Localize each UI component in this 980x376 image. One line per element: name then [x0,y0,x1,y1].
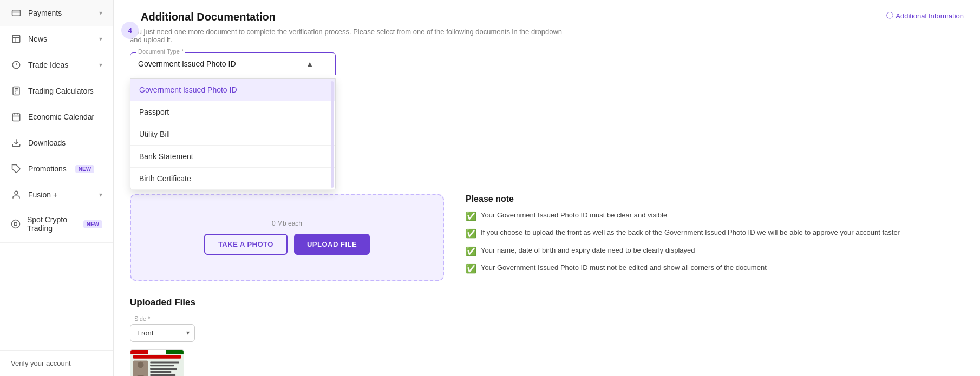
note-text-2: If you choose to upload the front as wel… [481,228,900,238]
note-item-2: ✅ If you choose to upload the front as w… [466,228,964,240]
please-note-section: Please note ✅ Your Government Issued Pho… [455,194,964,281]
check-circle-icon: ✅ [466,228,476,240]
upload-section: 0 Mb each TAKE A PHOTO UPLOAD FILE Pleas… [130,194,964,281]
sidebar-item-spot-crypto-label: Spot Crypto Trading [27,215,75,233]
svg-point-19 [15,191,18,194]
svg-rect-24 [166,350,184,354]
svg-point-27 [138,361,144,368]
additional-info-label: Additional Information [896,12,964,20]
dropdown-option-birth-certificate-label: Birth Certificate [139,174,191,183]
document-type-field-label: Document Type * [136,48,185,55]
sidebar-item-trading-calculators-label: Trading Calculators [28,87,94,95]
dropdown-option-passport-label: Passport [139,108,169,116]
sidebar-item-trade-ideas[interactable]: Trade Ideas ▾ [0,52,113,78]
promotions-icon [11,163,22,174]
check-circle-icon: ✅ [466,210,476,222]
side-select-container: Front Back ▾ [130,324,195,342]
chevron-down-icon: ▾ [99,35,102,43]
sidebar-item-fusion-label: Fusion + [28,190,57,199]
dropdown-option-bank-statement[interactable]: Bank Statement [130,146,335,168]
sidebar-item-trading-calculators[interactable]: Trading Calculators [0,78,113,104]
sidebar-divider [0,242,113,243]
sidebar-item-news-label: News [28,35,47,43]
sidebar-item-payments-label: Payments [28,9,62,17]
content-header: 4 Additional Documentation ⓘ Additional … [130,11,964,23]
file-thumbnail [130,349,184,376]
sidebar-item-spot-crypto[interactable]: Spot Crypto Trading NEW [0,208,113,240]
uploaded-files-section: Uploaded Files Side * Front Back ▾ [130,297,964,376]
spot-crypto-icon [11,219,21,229]
chevron-down-icon: ▾ [99,191,102,199]
check-circle-icon: ✅ [466,246,476,258]
sidebar-item-news[interactable]: News ▾ [0,26,113,52]
svg-rect-22 [130,350,148,354]
dropdown-option-birth-certificate[interactable]: Birth Certificate [130,168,335,190]
upload-file-button[interactable]: UPLOAD FILE [294,234,370,255]
take-photo-button[interactable]: TAKE A PHOTO [204,234,288,255]
sidebar-item-promotions-label: Promotions [28,164,67,173]
dropdown-option-passport[interactable]: Passport [130,101,335,123]
svg-rect-30 [150,368,177,370]
sidebar-item-promotions[interactable]: Promotions NEW [0,156,113,182]
chevron-down-icon: ▾ [99,9,102,17]
sidebar-item-downloads[interactable]: Downloads [0,130,113,156]
additional-info-link[interactable]: ⓘ Additional Information [886,11,964,21]
dropdown-option-utility-bill[interactable]: Utility Bill [130,123,335,146]
please-note-title: Please note [466,194,964,204]
spot-crypto-new-badge: NEW [83,220,102,228]
chevron-up-icon: ▲ [306,60,313,68]
dropdown-option-govt-id-label: Government Issued Photo ID [139,85,237,94]
upload-size-text: 0 Mb each [272,220,302,227]
side-label: Side * [134,315,195,322]
sidebar: Payments ▾ News ▾ Trade Ideas ▾ Trading … [0,0,114,376]
upload-buttons: TAKE A PHOTO UPLOAD FILE [204,234,370,255]
svg-rect-13 [12,114,20,121]
main-content: 4 Additional Documentation ⓘ Additional … [114,0,980,376]
trade-ideas-icon [11,60,22,70]
downloads-icon [11,137,22,148]
document-type-dropdown-menu: Government Issued Photo ID Passport Util… [130,78,336,190]
step-badge: 4 [121,22,139,39]
id-card-svg [130,350,184,376]
sidebar-item-economic-calendar-label: Economic Calendar [28,113,94,121]
note-item-4: ✅ Your Government Issued Photo ID must n… [466,263,964,275]
svg-rect-32 [150,374,175,376]
upload-area: 0 Mb each TAKE A PHOTO UPLOAD FILE [130,194,444,281]
dropdown-trigger[interactable]: Government Issued Photo ID ▲ [130,52,336,75]
side-dropdown-wrapper: Side * Front Back ▾ [130,315,195,342]
dropdown-option-bank-statement-label: Bank Statement [139,152,193,161]
sidebar-item-downloads-label: Downloads [28,138,66,147]
sidebar-item-economic-calendar[interactable]: Economic Calendar [0,104,113,130]
svg-rect-25 [133,355,181,358]
trading-calculators-icon [11,85,22,96]
note-item-3: ✅ Your name, date of birth and expiry da… [466,246,964,258]
side-select[interactable]: Front Back [130,324,195,342]
svg-rect-28 [150,361,179,363]
dropdown-scrollbar [331,81,334,188]
document-type-value: Government Issued Photo ID [138,60,236,68]
svg-rect-23 [148,350,166,354]
document-type-selected[interactable]: Government Issued Photo ID ▲ [130,52,336,75]
news-icon [11,34,22,44]
verify-account-label: Verify your account [11,359,71,367]
verify-account-link[interactable]: Verify your account [0,350,113,376]
document-type-container: Document Type * Government Issued Photo … [130,52,336,75]
sidebar-item-fusion[interactable]: Fusion + ▾ [0,182,113,208]
svg-rect-29 [150,365,174,366]
note-text-3: Your name, date of birth and expiry date… [481,246,695,255]
payments-icon [11,8,22,18]
note-item-1: ✅ Your Government Issued Photo ID must b… [466,210,964,222]
dropdown-option-govt-id[interactable]: Government Issued Photo ID [130,79,335,101]
svg-rect-2 [12,35,20,43]
note-text-4: Your Government Issued Photo ID must not… [481,263,767,273]
svg-rect-31 [150,371,171,373]
fusion-icon [11,189,22,200]
chevron-down-icon: ▾ [99,61,102,69]
svg-rect-0 [12,10,21,16]
info-circle-icon: ⓘ [886,11,893,21]
svg-point-20 [12,220,20,228]
note-text-1: Your Government Issued Photo ID must be … [481,210,667,220]
uploaded-files-title: Uploaded Files [130,297,964,308]
sidebar-item-payments[interactable]: Payments ▾ [0,0,113,26]
dropdown-option-utility-bill-label: Utility Bill [139,130,170,138]
